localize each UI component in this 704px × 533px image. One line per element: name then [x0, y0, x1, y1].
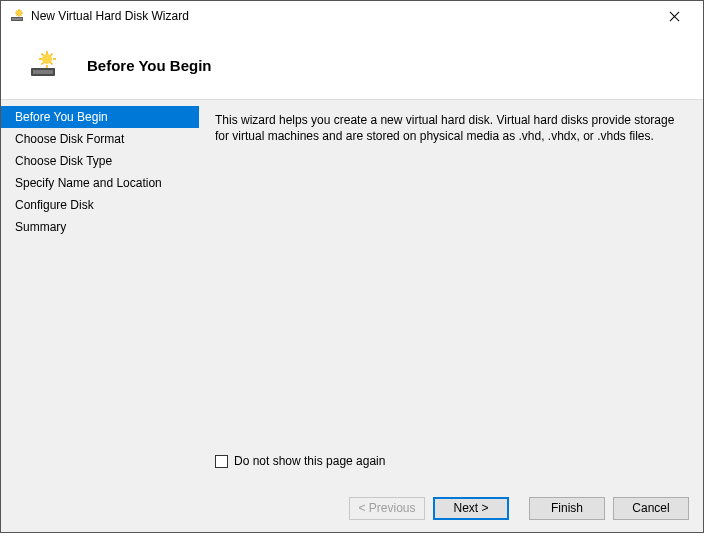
previous-button: < Previous	[349, 497, 425, 520]
intro-text: This wizard helps you create a new virtu…	[215, 112, 685, 144]
wizard-content: This wizard helps you create a new virtu…	[199, 100, 703, 484]
wizard-header-icon	[27, 49, 59, 81]
wizard-header: Before You Begin	[1, 31, 703, 99]
next-button[interactable]: Next >	[433, 497, 509, 520]
step-configure-disk[interactable]: Configure Disk	[1, 194, 199, 216]
wizard-steps-sidebar: Before You Begin Choose Disk Format Choo…	[1, 100, 199, 484]
do-not-show-label: Do not show this page again	[234, 454, 385, 468]
step-summary[interactable]: Summary	[1, 216, 199, 238]
wizard-body: Before You Begin Choose Disk Format Choo…	[1, 99, 703, 484]
titlebar: New Virtual Hard Disk Wizard	[1, 1, 703, 31]
step-choose-disk-format[interactable]: Choose Disk Format	[1, 128, 199, 150]
app-icon	[9, 8, 25, 24]
close-icon	[670, 11, 680, 21]
wizard-footer: < Previous Next > Finish Cancel	[1, 484, 703, 532]
svg-rect-1	[12, 18, 22, 20]
window-title: New Virtual Hard Disk Wizard	[31, 9, 655, 23]
do-not-show-checkbox[interactable]	[215, 455, 228, 468]
step-choose-disk-type[interactable]: Choose Disk Type	[1, 150, 199, 172]
do-not-show-row[interactable]: Do not show this page again	[215, 454, 685, 468]
svg-rect-4	[33, 70, 53, 74]
step-specify-name-location[interactable]: Specify Name and Location	[1, 172, 199, 194]
content-spacer	[215, 144, 685, 454]
close-button[interactable]	[655, 2, 695, 30]
finish-button[interactable]: Finish	[529, 497, 605, 520]
cancel-button[interactable]: Cancel	[613, 497, 689, 520]
page-title: Before You Begin	[87, 57, 211, 74]
step-before-you-begin[interactable]: Before You Begin	[1, 106, 199, 128]
